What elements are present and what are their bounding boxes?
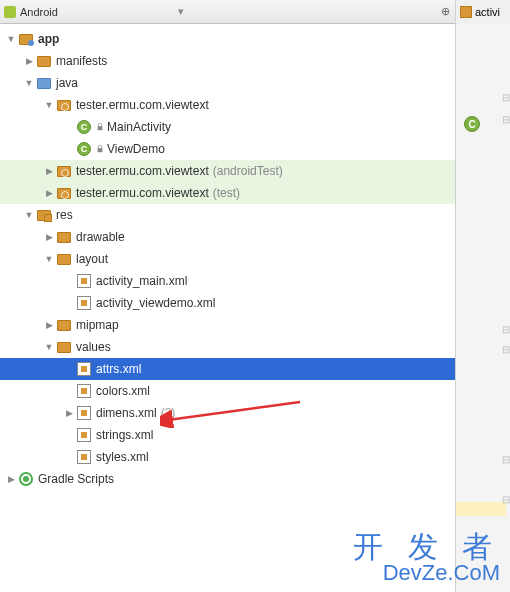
tree-node-values[interactable]: ▼ values	[0, 336, 455, 358]
node-label: res	[56, 208, 73, 222]
module-folder-icon	[19, 34, 33, 45]
xml-file-icon	[77, 428, 91, 442]
package-icon	[57, 188, 71, 199]
tree-node-attrs[interactable]: attrs.xml	[0, 358, 455, 380]
chevron-down-icon: ▾	[178, 5, 184, 18]
node-label: layout	[76, 252, 108, 266]
node-label: tester.ermu.com.viewtext	[76, 164, 209, 178]
chevron-right-icon[interactable]: ▶	[42, 320, 56, 330]
class-icon: C	[77, 142, 91, 156]
node-label: mipmap	[76, 318, 119, 332]
folder-icon	[57, 232, 71, 243]
highlight-bar	[456, 502, 506, 516]
chevron-down-icon[interactable]: ▼	[22, 78, 36, 88]
node-label: activity_main.xml	[96, 274, 187, 288]
watermark-line1: 开 发 者	[353, 532, 500, 562]
watermark-line2: DevZe.CoM	[353, 562, 500, 584]
tree-node-pkg-androidtest[interactable]: ▶ tester.ermu.com.viewtext (androidTest)	[0, 160, 455, 182]
folder-icon	[57, 254, 71, 265]
tree-node-pkg-test[interactable]: ▶ tester.ermu.com.viewtext (test)	[0, 182, 455, 204]
node-label: styles.xml	[96, 450, 149, 464]
chevron-down-icon[interactable]: ▼	[42, 100, 56, 110]
svg-rect-1	[98, 148, 103, 152]
fold-handle[interactable]: ⊟	[502, 114, 510, 124]
node-label: colors.xml	[96, 384, 150, 398]
res-folder-icon	[37, 210, 51, 221]
chevron-right-icon[interactable]: ▶	[4, 474, 18, 484]
node-label: dimens.xml	[96, 406, 157, 420]
chevron-right-icon[interactable]: ▶	[42, 232, 56, 242]
node-suffix: (2)	[161, 406, 176, 420]
fold-handle[interactable]: ⊟	[502, 324, 510, 334]
chevron-right-icon[interactable]: ▶	[22, 56, 36, 66]
node-label: manifests	[56, 54, 107, 68]
node-label: values	[76, 340, 111, 354]
chevron-right-icon[interactable]: ▶	[42, 188, 56, 198]
view-mode-dropdown[interactable]: Android ▾	[4, 5, 184, 18]
lock-icon	[96, 145, 104, 153]
tree-node-pkg-main[interactable]: ▼ tester.ermu.com.viewtext	[0, 94, 455, 116]
tree-node-colors[interactable]: colors.xml	[0, 380, 455, 402]
node-label: MainActivity	[107, 120, 171, 134]
editor-panel: activi C ⊟ ⊟ ⊟ ⊟ ⊟ ⊟	[455, 24, 510, 592]
tree-node-gradle[interactable]: ▶ Gradle Scripts	[0, 468, 455, 490]
chevron-down-icon[interactable]: ▼	[22, 210, 36, 220]
tree-node-strings[interactable]: strings.xml	[0, 424, 455, 446]
class-icon: C	[77, 120, 91, 134]
target-icon[interactable]: ⊕	[437, 4, 453, 20]
fold-handle[interactable]: ⊟	[502, 454, 510, 464]
folder-icon	[57, 342, 71, 353]
project-tree-panel: ▼ app ▶ manifests ▼ java ▼ tester.ermu.c…	[0, 24, 455, 592]
chevron-down-icon[interactable]: ▼	[42, 254, 56, 264]
xml-file-icon	[460, 6, 472, 18]
package-icon	[57, 166, 71, 177]
tab-label: activi	[475, 6, 500, 18]
chevron-down-icon[interactable]: ▼	[42, 342, 56, 352]
fold-handle[interactable]: ⊟	[502, 92, 510, 102]
tree-node-app[interactable]: ▼ app	[0, 28, 455, 50]
xml-file-icon	[77, 362, 91, 376]
chevron-right-icon[interactable]: ▶	[42, 166, 56, 176]
gradle-icon	[19, 472, 33, 486]
class-gutter-marker[interactable]: C	[464, 116, 480, 132]
tree-node-layout[interactable]: ▼ layout	[0, 248, 455, 270]
folder-icon	[37, 78, 51, 89]
node-label: ViewDemo	[107, 142, 165, 156]
fold-handle[interactable]: ⊟	[502, 344, 510, 354]
project-tree: ▼ app ▶ manifests ▼ java ▼ tester.ermu.c…	[0, 24, 455, 494]
view-mode-label: Android	[20, 6, 58, 18]
fold-handle[interactable]: ⊟	[502, 494, 510, 504]
tree-node-drawable[interactable]: ▶ drawable	[0, 226, 455, 248]
node-label: activity_viewdemo.xml	[96, 296, 215, 310]
editor-tab[interactable]: activi	[455, 0, 510, 24]
node-label: java	[56, 76, 78, 90]
chevron-down-icon[interactable]: ▼	[4, 34, 18, 44]
svg-rect-0	[98, 126, 103, 130]
color-swatch-marker[interactable]	[462, 440, 472, 450]
tree-node-main-activity[interactable]: C MainActivity	[0, 116, 455, 138]
node-suffix: (androidTest)	[213, 164, 283, 178]
node-label: app	[38, 32, 59, 46]
folder-icon	[57, 320, 71, 331]
tree-node-styles[interactable]: styles.xml	[0, 446, 455, 468]
xml-file-icon	[77, 274, 91, 288]
node-label: attrs.xml	[96, 362, 141, 376]
tree-node-manifests[interactable]: ▶ manifests	[0, 50, 455, 72]
tree-node-res[interactable]: ▼ res	[0, 204, 455, 226]
xml-file-icon	[77, 406, 91, 420]
tree-node-view-demo[interactable]: C ViewDemo	[0, 138, 455, 160]
xml-file-icon	[77, 296, 91, 310]
node-label: strings.xml	[96, 428, 153, 442]
node-suffix: (test)	[213, 186, 240, 200]
tree-node-java[interactable]: ▼ java	[0, 72, 455, 94]
tree-node-activity-viewdemo[interactable]: activity_viewdemo.xml	[0, 292, 455, 314]
xml-file-icon	[77, 450, 91, 464]
node-label: tester.ermu.com.viewtext	[76, 186, 209, 200]
tree-node-mipmap[interactable]: ▶ mipmap	[0, 314, 455, 336]
package-icon	[57, 100, 71, 111]
node-label: Gradle Scripts	[38, 472, 114, 486]
node-label: drawable	[76, 230, 125, 244]
tree-node-activity-main[interactable]: activity_main.xml	[0, 270, 455, 292]
chevron-right-icon[interactable]: ▶	[62, 408, 76, 418]
tree-node-dimens[interactable]: ▶ dimens.xml (2)	[0, 402, 455, 424]
